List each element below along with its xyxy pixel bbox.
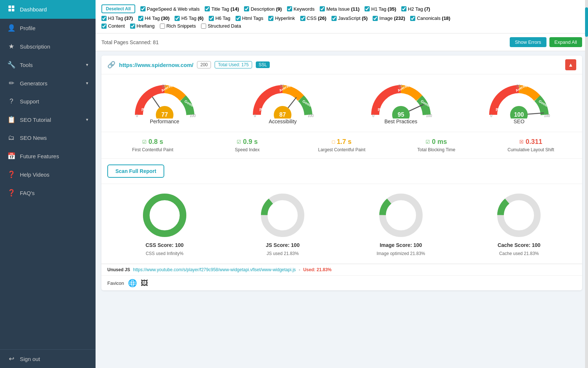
future-features-icon: 📅 (7, 152, 15, 160)
gauge-performance: Poor Average Good 0 50 100 77 Performanc… (107, 82, 222, 124)
generators-arrow-icon: ▾ (86, 81, 88, 86)
filter-image[interactable]: Image (232) (373, 15, 405, 21)
seo-tutorial-icon: 📋 (7, 116, 15, 124)
filter-h5-tag[interactable]: H5 Tag (6) (175, 15, 203, 21)
tbt-value: 0 ms (432, 138, 447, 146)
sidebar-item-faqs[interactable]: ❓ FAQ's (0, 184, 96, 202)
svg-text:100: 100 (308, 114, 314, 118)
cls-value: 0.311 (526, 138, 542, 146)
fcp-icon: ☑ (142, 139, 147, 145)
filter-css[interactable]: CSS (26) (300, 15, 326, 21)
filter-content[interactable]: Content (101, 23, 125, 29)
sidebar-item-subscription[interactable]: ★ Subscription (0, 37, 96, 56)
css-score-title: CSS Score: 100 (146, 242, 184, 248)
cache-score-title: Cache Score: 100 (498, 242, 541, 248)
si-value: 0.9 s (243, 138, 258, 146)
filter-h3-tag[interactable]: H3 Tag (37) (101, 15, 133, 21)
svg-text:100: 100 (426, 114, 432, 118)
sidebar-item-generators[interactable]: ✏ Generators ▾ (0, 74, 96, 92)
svg-text:Poor: Poor (141, 108, 150, 112)
ssl-badge: SSL (256, 61, 270, 68)
filter-bar: Deselect All PageSpeed & Web vitals Titl… (96, 0, 588, 33)
sidebar-item-future-features[interactable]: 📅 Future Features (0, 147, 96, 165)
deselect-all-button[interactable]: Deselect All (101, 4, 135, 13)
sidebar-item-seo-tutorial-label: SEO Tutorial (20, 117, 51, 123)
svg-text:77: 77 (161, 112, 168, 118)
svg-text:95: 95 (398, 112, 404, 118)
css-donut-svg (141, 191, 189, 239)
filter-hreflang[interactable]: Hreflang (130, 23, 155, 29)
gauge-seo-label: SEO (513, 118, 524, 124)
sidebar-item-support-label: Support (20, 98, 39, 105)
sidebar-item-future-features-label: Future Features (20, 153, 59, 159)
svg-text:Poor: Poor (496, 108, 504, 112)
css-score-subtitle: CSS used Infinity% (146, 251, 183, 256)
filter-keywords[interactable]: Keywords (287, 6, 315, 12)
filter-h1-tag[interactable]: H1 Tag (35) (365, 6, 396, 12)
filter-meta-issue[interactable]: Meta Issue (11) (320, 6, 359, 12)
fcp-value: 0.8 s (148, 138, 163, 146)
filter-description[interactable]: Description (9) (244, 6, 282, 12)
filter-pagespeed[interactable]: PageSpeed & Web vitals (140, 6, 200, 12)
link-icon: 🔗 (107, 61, 115, 69)
svg-text:Poor: Poor (378, 108, 386, 112)
sidebar-item-tools[interactable]: 🔧 Tools ▾ (0, 56, 96, 74)
lcp-icon: □ (332, 139, 335, 145)
sidebar-item-profile[interactable]: 👤 Profile (0, 19, 96, 37)
sidebar-item-help-videos[interactable]: ❓ Help Videos (0, 165, 96, 184)
seo-tutorial-arrow-icon: ▾ (86, 117, 88, 122)
metrics-row: ☑ 0.8 s First Contentful Paint ☑ 0.9 s S… (101, 132, 582, 159)
svg-rect-1 (12, 6, 14, 8)
filter-h2-tag[interactable]: H2 Tag (7) (401, 6, 430, 12)
sidebar-item-dashboard-label: Dashboard (20, 6, 47, 13)
filter-html-tags[interactable]: Html Tags (236, 15, 263, 21)
scrollbar[interactable] (585, 0, 588, 368)
filter-canonicals[interactable]: Canonicals (18) (410, 15, 450, 21)
filter-h4-tag[interactable]: H4 Tag (30) (138, 15, 170, 21)
svg-text:87: 87 (279, 112, 286, 118)
main-area: Deselect All PageSpeed & Web vitals Titl… (96, 0, 588, 368)
filter-javascript[interactable]: JavaScript (5) (331, 15, 368, 21)
sidebar-item-dashboard[interactable]: Dashboard (0, 0, 96, 19)
svg-text:0: 0 (372, 114, 374, 118)
fcp-label: First Contentful Paint (132, 147, 173, 152)
scan-full-report-button[interactable]: Scan Full Report (107, 164, 164, 178)
total-bar-actions: Show Errors Expand All (510, 37, 582, 47)
metric-cls: ☒ 0.311 Cumulative Layout Shift (485, 138, 576, 152)
signout-button[interactable]: ↩ Sign out (0, 350, 96, 368)
site-header-left: 🔗 https://www.spidernow.com/ 200 Total U… (107, 61, 565, 69)
filter-row-1: Deselect All PageSpeed & Web vitals Titl… (101, 4, 582, 13)
site-card: 🔗 https://www.spidernow.com/ 200 Total U… (101, 56, 582, 290)
svg-rect-2 (8, 9, 11, 11)
help-videos-icon: ❓ (7, 170, 15, 178)
sidebar-item-seo-tutorial[interactable]: 📋 SEO Tutorial ▾ (0, 110, 96, 129)
unused-js-url: https://www.youtube.com/s/player/f279c95… (133, 267, 296, 272)
sidebar-item-support[interactable]: ? Support (0, 92, 96, 110)
filter-title-tag[interactable]: Title Tag (14) (205, 6, 239, 12)
gauge-accessibility-label: Accessibility (269, 118, 297, 124)
total-used-badge: Total Used: 175 (215, 61, 252, 68)
donut-cache: Cache Score: 100 Cache used 21.83% (462, 191, 577, 256)
sidebar-item-seo-news[interactable]: 🗂 SEO News (0, 129, 96, 147)
filter-h6-tag[interactable]: H6 Tag (209, 15, 230, 21)
show-errors-button[interactable]: Show Errors (510, 37, 546, 47)
expand-all-button[interactable]: Expand All (549, 37, 582, 47)
total-pages-text: Total Pages Scanned: 81 (101, 39, 159, 45)
svg-text:0: 0 (254, 114, 256, 118)
sidebar-item-help-videos-label: Help Videos (20, 171, 50, 178)
tools-arrow-icon: ▾ (86, 62, 88, 67)
sidebar-item-faqs-label: FAQ's (20, 190, 35, 196)
gauge-accessibility: Poor Average Good 0 50 100 87 Accessibil… (226, 82, 340, 124)
tools-icon: 🔧 (7, 61, 15, 69)
filter-rich-snippets[interactable]: Rich Snippets (160, 23, 196, 29)
seo-news-icon: 🗂 (7, 134, 15, 142)
collapse-button[interactable]: ▲ (565, 59, 576, 70)
cache-donut-svg (495, 191, 543, 239)
seo-gauge-svg: Poor Average Good 0 50 100 100 (488, 82, 550, 118)
gauge-best-practices-label: Best Practices (384, 118, 417, 124)
metric-tbt: ☑ 0 ms Total Blocking Time (391, 138, 482, 152)
site-url-link[interactable]: https://www.spidernow.com/ (119, 62, 193, 68)
lcp-value: 1.7 s (337, 138, 351, 146)
filter-structured-data[interactable]: Structured Data (201, 23, 241, 29)
filter-hyperlink[interactable]: Hyperlink (268, 15, 295, 21)
